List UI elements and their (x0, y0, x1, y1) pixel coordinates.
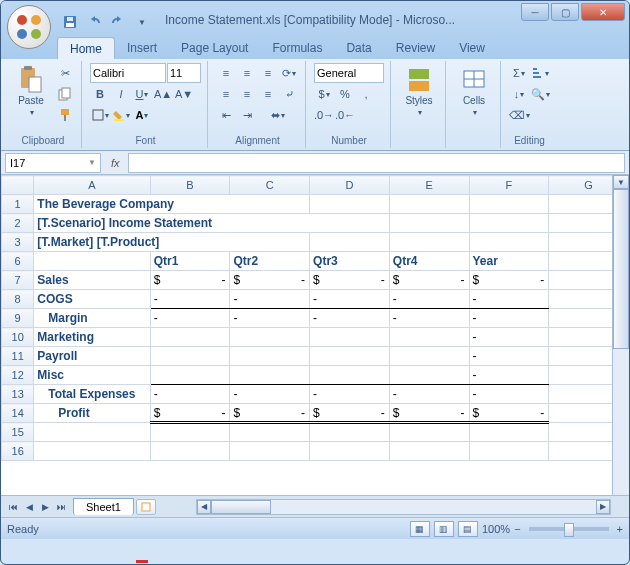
cell[interactable]: COGS (34, 290, 150, 309)
cell[interactable]: $ (469, 271, 549, 290)
wrap-text-icon[interactable]: ⤶ (279, 84, 299, 104)
cell[interactable]: $ (230, 271, 310, 290)
align-top-icon[interactable]: ≡ (216, 63, 236, 83)
font-color-button[interactable]: A▾ (132, 105, 152, 125)
scroll-left-icon[interactable]: ◀ (197, 500, 211, 514)
col-header[interactable]: B (150, 176, 230, 195)
cell[interactable]: Total Expenses (34, 385, 150, 404)
row-header[interactable]: 13 (2, 385, 34, 404)
col-header[interactable]: D (310, 176, 390, 195)
tab-insert[interactable]: Insert (115, 37, 169, 59)
normal-view-icon[interactable]: ▦ (410, 521, 430, 537)
grow-font-icon[interactable]: A▲ (153, 84, 173, 104)
cell[interactable]: Profit (34, 404, 150, 423)
undo-icon[interactable] (83, 11, 105, 33)
decrease-decimal-icon[interactable]: .0← (335, 105, 355, 125)
tab-view[interactable]: View (447, 37, 497, 59)
fill-icon[interactable]: ↓▾ (509, 84, 529, 104)
row-header[interactable]: 1 (2, 195, 34, 214)
cell[interactable]: - (469, 366, 549, 385)
border-button[interactable]: ▾ (90, 105, 110, 125)
clear-icon[interactable]: ⌫▾ (509, 105, 529, 125)
cell[interactable]: Qtr1 (150, 252, 230, 271)
row-header[interactable]: 8 (2, 290, 34, 309)
comma-icon[interactable]: , (356, 84, 376, 104)
cell[interactable]: $ (310, 404, 390, 423)
cell[interactable]: Marketing (34, 328, 150, 347)
cell[interactable]: - (230, 309, 310, 328)
cells-button[interactable]: Cells▾ (454, 63, 494, 119)
zoom-level[interactable]: 100% (482, 523, 510, 535)
cell[interactable]: Year (469, 252, 549, 271)
row-header[interactable]: 14 (2, 404, 34, 423)
office-button[interactable] (7, 5, 51, 49)
cell[interactable]: - (310, 309, 390, 328)
copy-icon[interactable] (55, 84, 75, 104)
tab-page-layout[interactable]: Page Layout (169, 37, 260, 59)
cell[interactable]: - (389, 309, 469, 328)
sheet-tab[interactable]: Sheet1 (73, 498, 134, 515)
align-middle-icon[interactable]: ≡ (237, 63, 257, 83)
row-header[interactable]: 12 (2, 366, 34, 385)
horizontal-scrollbar[interactable]: ◀ ▶ (196, 499, 611, 515)
shrink-font-icon[interactable]: A▼ (174, 84, 194, 104)
font-size-select[interactable] (167, 63, 201, 83)
align-right-icon[interactable]: ≡ (258, 84, 278, 104)
autosum-icon[interactable]: Σ▾ (509, 63, 529, 83)
col-header[interactable]: F (469, 176, 549, 195)
cell[interactable]: Payroll (34, 347, 150, 366)
scroll-right-icon[interactable]: ▶ (596, 500, 610, 514)
page-break-view-icon[interactable]: ▤ (458, 521, 478, 537)
cell[interactable]: [T.Market] [T.Product] (34, 233, 310, 252)
cell[interactable]: - (150, 290, 230, 309)
cell[interactable]: - (389, 385, 469, 404)
currency-icon[interactable]: $▾ (314, 84, 334, 104)
tab-home[interactable]: Home (57, 37, 115, 59)
paste-button[interactable]: Paste▾ (11, 63, 51, 119)
cell[interactable]: $ (469, 404, 549, 423)
cell[interactable]: - (469, 290, 549, 309)
bold-button[interactable]: B (90, 84, 110, 104)
zoom-out-button[interactable]: − (514, 523, 520, 535)
scroll-thumb[interactable] (613, 189, 629, 349)
select-all-corner[interactable] (2, 176, 34, 195)
cell[interactable]: Sales (34, 271, 150, 290)
cell[interactable]: $ (310, 271, 390, 290)
styles-button[interactable]: Styles▾ (399, 63, 439, 119)
scroll-down-icon[interactable]: ▼ (613, 175, 629, 189)
row-header[interactable]: 11 (2, 347, 34, 366)
row-header[interactable]: 9 (2, 309, 34, 328)
cell[interactable]: - (469, 328, 549, 347)
cell[interactable]: The Beverage Company (34, 195, 310, 214)
row-header[interactable]: 6 (2, 252, 34, 271)
sort-filter-icon[interactable]: ▾ (530, 63, 550, 83)
cut-icon[interactable]: ✂ (55, 63, 75, 83)
cell[interactable]: [T.Scenario] Income Statement (34, 214, 390, 233)
page-layout-view-icon[interactable]: ▥ (434, 521, 454, 537)
col-header[interactable]: C (230, 176, 310, 195)
find-select-icon[interactable]: 🔍▾ (530, 84, 550, 104)
cell[interactable]: - (150, 385, 230, 404)
number-format-select[interactable] (314, 63, 384, 83)
cell[interactable]: $ (389, 271, 469, 290)
cell[interactable]: - (469, 385, 549, 404)
cell[interactable]: - (310, 290, 390, 309)
row-header[interactable]: 16 (2, 442, 34, 461)
cell[interactable]: Qtr2 (230, 252, 310, 271)
col-header[interactable]: E (389, 176, 469, 195)
col-header[interactable]: A (34, 176, 150, 195)
cell[interactable]: Qtr3 (310, 252, 390, 271)
merge-center-icon[interactable]: ⬌▾ (258, 105, 298, 125)
scroll-thumb[interactable] (211, 500, 271, 514)
cell[interactable]: Qtr4 (389, 252, 469, 271)
minimize-button[interactable]: ─ (521, 3, 549, 21)
row-header[interactable]: 7 (2, 271, 34, 290)
tab-formulas[interactable]: Formulas (260, 37, 334, 59)
cell[interactable]: $ (230, 404, 310, 423)
align-center-icon[interactable]: ≡ (237, 84, 257, 104)
row-header[interactable]: 15 (2, 423, 34, 442)
cell[interactable]: - (230, 385, 310, 404)
cell[interactable]: $ (150, 404, 230, 423)
cell[interactable]: - (150, 309, 230, 328)
underline-button[interactable]: U▾ (132, 84, 152, 104)
